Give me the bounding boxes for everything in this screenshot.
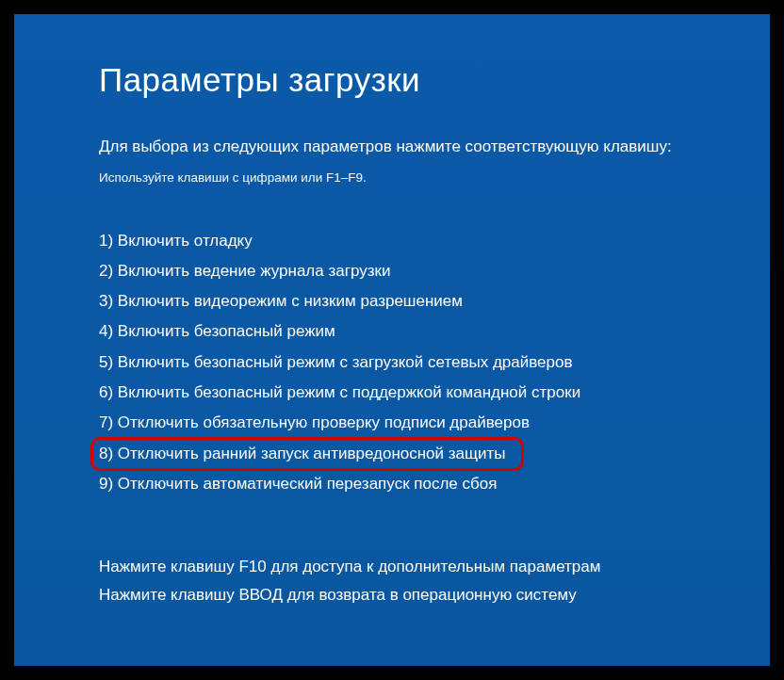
subtitle-text: Для выбора из следующих параметров нажми… <box>99 135 685 159</box>
footer-text: Нажмите клавишу F10 для доступа к дополн… <box>99 553 685 609</box>
boot-options-screen: Параметры загрузки Для выбора из следующ… <box>14 14 770 666</box>
hint-text: Используйте клавиши с цифрами или F1–F9. <box>99 170 685 185</box>
boot-option-7[interactable]: 7) Отключить обязательную проверку подпи… <box>99 408 685 438</box>
footer-line-1: Нажмите клавишу F10 для доступа к дополн… <box>99 553 685 581</box>
footer-line-2: Нажмите клавишу ВВОД для возврата в опер… <box>99 581 685 609</box>
boot-option-8[interactable]: 8) Отключить ранний запуск антивредоносн… <box>90 437 524 472</box>
boot-option-2[interactable]: 2) Включить ведение журнала загрузки <box>99 256 685 286</box>
options-list: 1) Включить отладку2) Включить ведение ж… <box>99 226 685 500</box>
boot-option-9[interactable]: 9) Отключить автоматический перезапуск п… <box>99 469 685 499</box>
boot-option-4[interactable]: 4) Включить безопасный режим <box>99 316 685 347</box>
boot-option-3[interactable]: 3) Включить видеорежим с низким разрешен… <box>99 286 685 316</box>
boot-option-5[interactable]: 5) Включить безопасный режим с загрузкой… <box>99 348 685 378</box>
boot-option-6[interactable]: 6) Включить безопасный режим с поддержко… <box>99 378 685 408</box>
page-title: Параметры загрузки <box>99 61 685 99</box>
boot-option-1[interactable]: 1) Включить отладку <box>99 226 685 256</box>
